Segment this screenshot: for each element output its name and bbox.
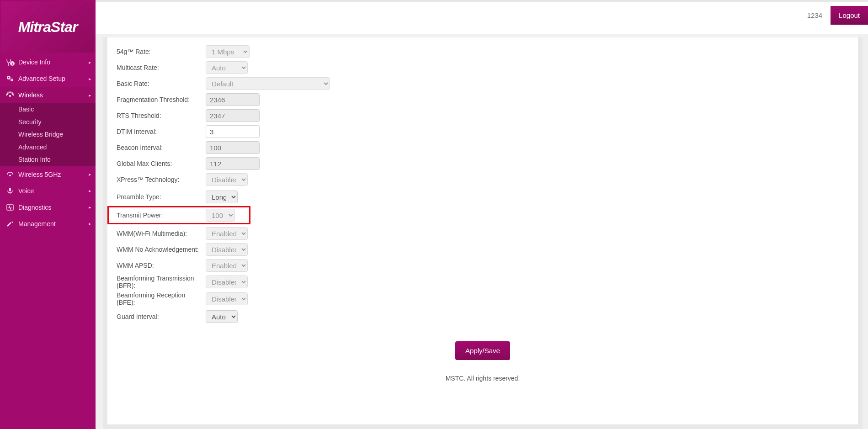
- subnav-station-info[interactable]: Station Info: [0, 154, 96, 166]
- label-bfe: Beamforming Reception (BFE):: [117, 291, 206, 306]
- nav-label: Advanced Setup: [18, 75, 65, 82]
- select-xpress: Disabled: [206, 173, 248, 186]
- svg-point-6: [11, 79, 12, 80]
- wireless-icon: [5, 90, 16, 100]
- apply-save-button[interactable]: Apply/Save: [455, 341, 510, 360]
- content-panel[interactable]: 54g™ Rate: 1 Mbps Multicast Rate: Auto B…: [107, 37, 858, 424]
- label-wmm-apsd: WMM APSD:: [117, 262, 206, 269]
- select-wmm: Enabled: [206, 227, 248, 240]
- label-global-max-clients: Global Max Clients:: [117, 160, 206, 167]
- label-xpress: XPress™ Technology:: [117, 176, 206, 183]
- label-dtim-interval: DTIM Interval:: [117, 128, 206, 135]
- label-54g-rate: 54g™ Rate:: [117, 48, 206, 55]
- subnav-wireless-bridge[interactable]: Wireless Bridge: [0, 128, 96, 141]
- svg-point-8: [9, 175, 11, 176]
- sidebar: MitraStar i Device Info ▸ Advanced Setup…: [0, 0, 96, 429]
- label-fragmentation-threshold: Fragmentation Threshold:: [117, 96, 206, 103]
- wireless-5g-icon: [5, 170, 16, 179]
- apply-wrap: Apply/Save: [117, 326, 849, 371]
- nav-wireless-5ghz[interactable]: Wireless 5GHz ▸: [0, 166, 96, 183]
- form-area: 54g™ Rate: 1 Mbps Multicast Rate: Auto B…: [107, 37, 858, 371]
- nav-label: Diagnostics: [18, 204, 51, 211]
- topbar-right: 1234 Logout: [807, 6, 868, 25]
- subnav-basic[interactable]: Basic: [0, 103, 96, 116]
- row-wmm: WMM(Wi-Fi Multimedia): Enabled: [117, 227, 849, 240]
- microphone-icon: [5, 186, 16, 196]
- row-transmit-power: Transmit Power: 100: [107, 206, 250, 224]
- antenna-info-icon: i: [5, 58, 16, 67]
- label-rts-threshold: RTS Threshold:: [117, 112, 206, 119]
- row-wmm-noack: WMM No Acknowledgement: Disabled: [117, 243, 849, 256]
- input-rts-threshold: [206, 109, 260, 122]
- svg-rect-9: [9, 188, 11, 191]
- topbar: 1234 Logout: [96, 0, 868, 34]
- label-wmm-noack: WMM No Acknowledgement:: [117, 246, 206, 253]
- select-wmm-apsd: Enabled: [206, 259, 248, 272]
- input-fragmentation-threshold: [206, 93, 260, 106]
- nav-label: Voice: [18, 187, 34, 195]
- content-wrap: 54g™ Rate: 1 Mbps Multicast Rate: Auto B…: [103, 37, 863, 429]
- label-multicast-rate: Multicast Rate:: [117, 64, 206, 71]
- select-wmm-noack: Disabled: [206, 243, 248, 256]
- select-preamble[interactable]: Long: [206, 191, 238, 203]
- row-dtim-interval: DTIM Interval:: [117, 125, 849, 138]
- nav-label: Wireless 5GHz: [18, 171, 61, 178]
- row-multicast-rate: Multicast Rate: Auto: [117, 61, 849, 74]
- select-54g-rate: 1 Mbps: [206, 45, 250, 58]
- nav-advanced-setup[interactable]: Advanced Setup ▸: [0, 70, 96, 87]
- row-xpress: XPress™ Technology: Disabled: [117, 173, 849, 186]
- nav-label: Management: [18, 220, 56, 228]
- row-guard-interval: Guard Interval: Auto: [117, 310, 849, 323]
- select-guard-interval[interactable]: Auto: [206, 310, 238, 323]
- input-global-max-clients: [206, 157, 260, 170]
- label-guard-interval: Guard Interval:: [117, 313, 206, 320]
- label-bfr: Beamforming Transmission (BFR):: [117, 275, 206, 289]
- select-basic-rate: Default: [206, 77, 330, 90]
- row-basic-rate: Basic Rate: Default: [117, 77, 849, 90]
- row-54g-rate: 54g™ Rate: 1 Mbps: [117, 45, 849, 58]
- nav-label: Wireless: [18, 91, 43, 99]
- row-wmm-apsd: WMM APSD: Enabled: [117, 259, 849, 272]
- row-preamble: Preamble Type: Long: [117, 190, 849, 204]
- label-wmm: WMM(Wi-Fi Multimedia):: [117, 230, 206, 237]
- nav-management[interactable]: Management ▸: [0, 216, 96, 232]
- nav-diagnostics[interactable]: Diagnostics ▸: [0, 199, 96, 216]
- brand-text: MitraStar: [18, 19, 78, 36]
- row-beacon-interval: Beacon Interval:: [117, 141, 849, 154]
- input-beacon-interval: [206, 141, 260, 154]
- footer-text: MSTC. All rights reserved.: [107, 371, 858, 396]
- select-transmit-power: 100: [206, 209, 235, 222]
- nav-wireless[interactable]: Wireless ▸: [0, 87, 96, 103]
- subnav-security[interactable]: Security: [0, 116, 96, 129]
- row-bfe: Beamforming Reception (BFE): Disabled: [117, 291, 849, 306]
- diagnostics-icon: [5, 203, 16, 212]
- select-bfe: Disabled: [206, 292, 248, 305]
- chevron-right-icon: ▸: [89, 172, 91, 177]
- chevron-right-icon: ▸: [89, 93, 91, 98]
- wrench-icon: [5, 219, 16, 228]
- svg-text:i: i: [12, 62, 13, 66]
- chevron-right-icon: ▸: [89, 221, 91, 226]
- label-transmit-power: Transmit Power:: [117, 212, 206, 219]
- row-rts-threshold: RTS Threshold:: [117, 109, 849, 122]
- nav-label: Device Info: [18, 58, 50, 66]
- gears-icon: [5, 74, 16, 83]
- wireless-submenu: Basic Security Wireless Bridge Advanced …: [0, 103, 96, 166]
- user-id: 1234: [807, 11, 822, 19]
- chevron-right-icon: ▸: [89, 188, 91, 193]
- row-global-max-clients: Global Max Clients:: [117, 157, 849, 170]
- select-bfr: Disabled: [206, 275, 248, 288]
- nav-device-info[interactable]: i Device Info ▸: [0, 54, 96, 70]
- brand-logo: MitraStar: [1, 1, 94, 53]
- svg-point-5: [8, 77, 10, 79]
- label-beacon-interval: Beacon Interval:: [117, 144, 206, 151]
- select-multicast-rate: Auto: [206, 61, 248, 74]
- label-preamble: Preamble Type:: [117, 193, 206, 201]
- subnav-advanced[interactable]: Advanced: [0, 141, 96, 154]
- nav-voice[interactable]: Voice ▸: [0, 183, 96, 199]
- logout-button[interactable]: Logout: [831, 6, 868, 25]
- label-basic-rate: Basic Rate:: [117, 80, 206, 87]
- input-dtim-interval[interactable]: [206, 125, 260, 138]
- chevron-right-icon: ▸: [89, 205, 91, 210]
- row-fragmentation-threshold: Fragmentation Threshold:: [117, 93, 849, 106]
